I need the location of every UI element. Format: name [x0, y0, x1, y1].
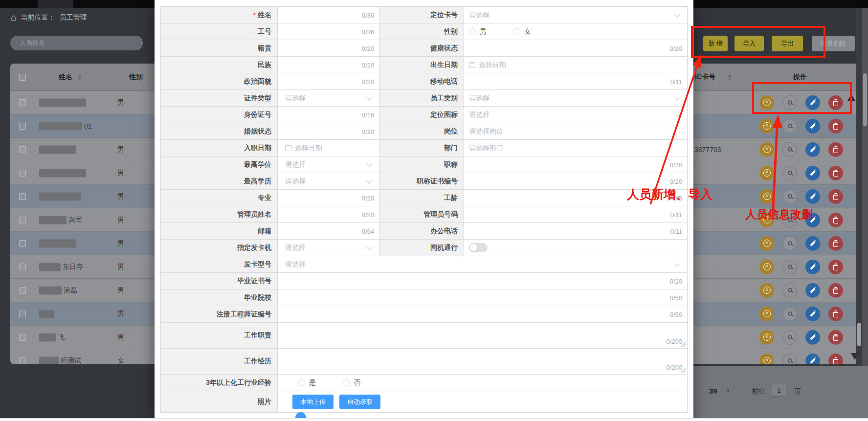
search-input[interactable]: 人员姓名	[10, 36, 143, 50]
form-input-field[interactable]: 0/36	[278, 23, 379, 40]
form-select-field[interactable]: 请选择	[278, 173, 379, 189]
issue-card-button[interactable]: ×	[759, 189, 774, 204]
form-input-field[interactable]: 0/11	[464, 73, 687, 89]
form-select-field[interactable]: 请选择	[278, 256, 687, 272]
delete-button[interactable]	[828, 330, 843, 345]
pagination-last-page[interactable]: 39	[709, 387, 717, 395]
form-textarea-field[interactable]: 0/200	[278, 323, 687, 348]
row-checkbox[interactable]	[19, 193, 26, 200]
form-toggle-field[interactable]	[464, 240, 687, 256]
delete-button[interactable]	[828, 166, 843, 180]
edit-button[interactable]	[805, 236, 820, 251]
row-checkbox[interactable]	[19, 310, 26, 317]
issue-card-button[interactable]: ×	[759, 260, 774, 274]
view-button[interactable]	[782, 307, 797, 321]
issue-card-button[interactable]: ×	[759, 283, 774, 298]
row-checkbox[interactable]	[19, 217, 26, 223]
pagination-goto-input[interactable]: 1	[772, 384, 786, 397]
form-select-field[interactable]: 请选择	[464, 90, 687, 106]
form-input-field[interactable]: 0/20	[278, 40, 379, 56]
edit-button[interactable]	[805, 119, 820, 133]
issue-card-button[interactable]: ×	[759, 119, 774, 133]
form-input-field[interactable]: 0/20	[278, 123, 379, 139]
row-checkbox[interactable]	[19, 334, 26, 341]
form-input-field[interactable]: 0/64	[278, 223, 379, 239]
page-scrollbar-track[interactable]	[862, 8, 868, 366]
edit-button[interactable]	[805, 189, 820, 204]
edit-button[interactable]	[805, 260, 820, 274]
issue-card-button[interactable]: ×	[759, 307, 774, 321]
view-button[interactable]	[782, 260, 797, 274]
view-button[interactable]	[782, 142, 797, 157]
delete-button[interactable]	[828, 307, 843, 321]
issue-card-button[interactable]: ×	[759, 236, 774, 251]
form-input-field[interactable]: 0/20	[278, 73, 379, 89]
delete-button[interactable]	[828, 119, 843, 133]
sort-icon[interactable]	[728, 74, 732, 80]
form-input-field[interactable]: 0/20	[278, 273, 687, 289]
edit-button[interactable]	[805, 307, 820, 321]
edit-button[interactable]	[805, 330, 820, 345]
row-checkbox[interactable]	[19, 287, 26, 294]
column-header-name[interactable]: 姓名	[59, 73, 72, 82]
edit-button[interactable]	[805, 142, 820, 157]
issue-card-button[interactable]: ×	[759, 330, 774, 345]
view-button[interactable]	[782, 330, 797, 345]
resize-handle-icon[interactable]	[681, 342, 686, 347]
scroll-down-icon[interactable]	[851, 353, 859, 360]
row-checkbox[interactable]	[19, 240, 26, 247]
form-input-field[interactable]: 0/11	[464, 206, 687, 222]
view-button[interactable]	[782, 354, 797, 365]
edit-button[interactable]	[805, 354, 820, 365]
form-select-field[interactable]: 请选择	[278, 90, 379, 106]
form-input-field[interactable]: 0/50	[278, 289, 687, 306]
form-buttons-field[interactable]: 本地上传自动录取	[278, 391, 687, 412]
form-select-field[interactable]: 请选择	[464, 107, 687, 123]
edit-button[interactable]	[805, 283, 820, 298]
form-select-field[interactable]: 请选择	[278, 156, 379, 173]
issue-card-button[interactable]: ×	[759, 142, 774, 157]
delete-button[interactable]	[828, 260, 843, 274]
row-checkbox[interactable]	[19, 99, 26, 106]
pagination-next-button[interactable]: ›	[727, 385, 730, 395]
delete-button[interactable]	[828, 283, 843, 298]
view-button[interactable]	[782, 119, 797, 133]
radio-option[interactable]: 是	[298, 378, 316, 387]
page-scrollbar-thumb[interactable]	[863, 73, 867, 126]
form-radio-field[interactable]: 男女	[464, 23, 687, 40]
radio-option[interactable]: 女	[513, 27, 531, 36]
delete-button[interactable]	[828, 213, 843, 227]
form-input-field[interactable]: 0/20	[278, 190, 379, 206]
form-date-field[interactable]: 选择日期	[278, 140, 379, 156]
sort-icon[interactable]	[78, 74, 82, 80]
delete-button[interactable]	[828, 142, 843, 157]
radio-option[interactable]: 否	[343, 378, 360, 387]
issue-card-button[interactable]: ×	[759, 166, 774, 180]
view-button[interactable]	[782, 236, 797, 251]
form-input-field[interactable]: 0/20	[278, 57, 379, 73]
radio-option[interactable]: 男	[469, 27, 487, 36]
row-checkbox[interactable]	[19, 264, 26, 270]
table-scrollbar-track[interactable]	[856, 8, 862, 366]
resize-handle-icon[interactable]	[681, 368, 686, 373]
column-header-ic-card[interactable]: IC卡号	[695, 73, 715, 82]
form-radio-field[interactable]: 是否	[278, 375, 687, 391]
form-date-field[interactable]: 选择日期	[464, 57, 687, 73]
form-input-field[interactable]: 0/36	[278, 7, 379, 23]
row-checkbox[interactable]	[19, 146, 26, 153]
form-textarea-field[interactable]: 0/200	[278, 349, 687, 374]
column-header-gender[interactable]: 性别	[129, 73, 143, 82]
photo-upload-button[interactable]: 本地上传	[292, 395, 334, 409]
form-input-field[interactable]: 0/20	[464, 40, 687, 56]
view-button[interactable]	[782, 166, 797, 180]
delete-button[interactable]	[828, 236, 843, 251]
delete-button[interactable]	[828, 189, 843, 204]
select-all-checkbox[interactable]	[19, 74, 26, 81]
issue-card-button[interactable]: ×	[759, 354, 774, 365]
form-input-field[interactable]: 请选择部门	[464, 140, 687, 156]
view-button[interactable]	[782, 189, 797, 204]
form-input-field[interactable]: 0/20	[464, 156, 687, 173]
form-input-field[interactable]: 0/20	[278, 206, 379, 222]
row-checkbox[interactable]	[19, 170, 26, 177]
form-input-field[interactable]: 0/11	[464, 223, 687, 239]
